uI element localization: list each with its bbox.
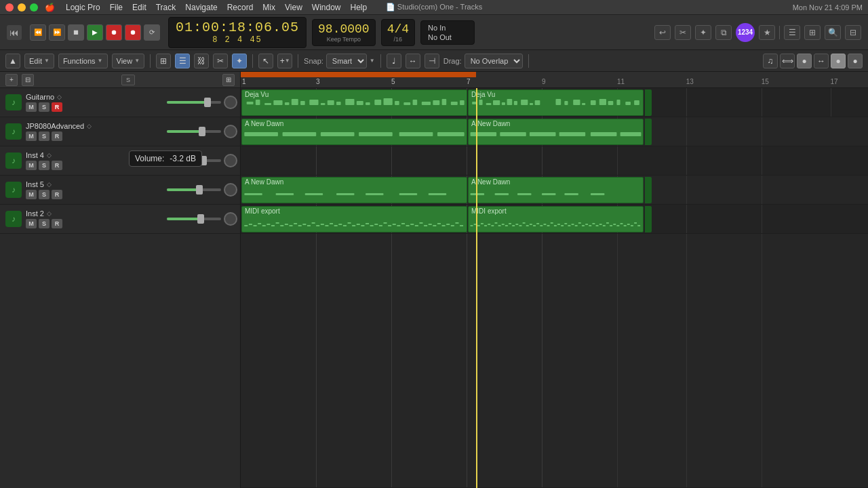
scissors-icon[interactable]: ✂	[675, 25, 691, 40]
metronome-icon[interactable]: ♩	[387, 54, 401, 68]
fast-forward-button[interactable]: ⏩	[49, 24, 65, 41]
clip[interactable]: Deja Vu	[468, 89, 644, 116]
search-icon[interactable]: 🔍	[825, 25, 841, 40]
clip[interactable]: A New Dawn	[468, 177, 644, 203]
svg-rect-153	[592, 223, 595, 224]
mute-button[interactable]: M	[26, 131, 37, 141]
view-menu-button[interactable]: View ▼	[112, 54, 145, 68]
menu-mix[interactable]: Mix	[262, 3, 275, 12]
drag-select[interactable]: No Overlap	[465, 54, 523, 68]
menu-window[interactable]: Window	[312, 3, 341, 12]
track-options-button[interactable]: ⊟	[22, 74, 34, 86]
menu-file[interactable]: File	[110, 3, 123, 12]
volume-fader[interactable]	[167, 218, 221, 220]
arrows-icon[interactable]: ↔	[814, 54, 829, 68]
close-button[interactable]	[5, 3, 14, 12]
svg-rect-163	[627, 224, 630, 225]
layout-icon[interactable]: ⊟	[845, 25, 861, 40]
user-avatar[interactable]: 1234	[736, 23, 755, 42]
collapse-sidebar-button[interactable]: ▲	[5, 54, 20, 68]
menu-help[interactable]: Help	[351, 3, 368, 12]
mute-button[interactable]: M	[26, 161, 37, 170]
edit-menu-button[interactable]: Edit ▼	[24, 54, 54, 68]
grid-icon[interactable]: ⊞	[156, 54, 171, 68]
clip[interactable]: MIDI export	[468, 206, 644, 232]
record-enable-button[interactable]: R	[52, 131, 62, 141]
pan-knob[interactable]	[224, 183, 237, 197]
record-enable-button[interactable]: R	[52, 161, 62, 170]
menu-view[interactable]: View	[285, 3, 302, 12]
menu-navigate[interactable]: Navigate	[185, 3, 217, 12]
rewind-button[interactable]: ⏪	[30, 24, 46, 41]
record-button[interactable]: ⏺	[106, 24, 122, 41]
volume-fader[interactable]	[167, 188, 221, 191]
scissors-icon[interactable]: ✂	[213, 54, 228, 68]
automation-icon[interactable]: ♫	[763, 54, 778, 68]
clip-content	[469, 96, 643, 115]
time-signature-display[interactable]: 4/4 /16	[381, 19, 415, 46]
align-icon[interactable]: ⊣	[425, 54, 439, 68]
solo-button[interactable]: S	[39, 161, 50, 170]
in-out-display[interactable]: No In No Out	[420, 20, 475, 45]
pan-knob[interactable]	[224, 125, 237, 138]
record-in-button[interactable]: ⏺	[125, 24, 141, 41]
pan-knob[interactable]	[224, 212, 237, 226]
link-icon[interactable]: ⛓	[194, 54, 209, 68]
volume-fader[interactable]	[167, 101, 221, 104]
clip[interactable]: A New Dawn	[468, 119, 644, 145]
snap-select[interactable]: Smart	[326, 54, 367, 68]
grid-view-icon[interactable]: ⊞	[804, 25, 821, 40]
clip[interactable]: A New Dawn	[241, 119, 467, 145]
star-icon[interactable]: ★	[759, 25, 775, 40]
clip[interactable]: Deja Vu	[241, 89, 467, 116]
solo-button[interactable]: S	[39, 219, 50, 228]
track-header-s-button[interactable]: S	[121, 75, 135, 85]
marquee-icon[interactable]: ✦	[232, 54, 247, 68]
mute-button[interactable]: M	[26, 190, 37, 199]
play-button[interactable]: ▶	[87, 24, 103, 41]
record-enable-button[interactable]: R	[52, 102, 62, 112]
record-enable-button[interactable]: R	[52, 219, 62, 228]
cursor-tool[interactable]: ↖	[258, 54, 273, 68]
list-icon[interactable]: ☰	[175, 54, 190, 68]
pan-knob[interactable]	[224, 154, 237, 167]
list-view-icon[interactable]: ☰	[784, 25, 800, 40]
capture-button[interactable]: ⟳	[144, 24, 160, 41]
circle-icon-1[interactable]: ●	[797, 54, 812, 68]
add-track-button[interactable]: +	[5, 74, 18, 86]
svg-rect-80	[294, 223, 297, 224]
circle-icon-3[interactable]: ●	[848, 54, 863, 68]
solo-button[interactable]: S	[39, 102, 50, 112]
mute-button[interactable]: M	[26, 102, 37, 112]
timeline-ruler[interactable]: 1 3 5 7 9 11 13 15 17	[241, 72, 868, 88]
empty-tracks-area[interactable]	[241, 234, 868, 488]
volume-fader[interactable]	[167, 130, 221, 133]
quantize-icon[interactable]: ↔	[406, 54, 420, 68]
solo-button[interactable]: S	[39, 131, 50, 141]
menu-track[interactable]: Track	[156, 3, 176, 12]
menu-logic-pro[interactable]: Logic Pro	[66, 3, 100, 12]
plus-tool[interactable]: +▼	[277, 54, 292, 68]
minimize-button[interactable]	[18, 3, 26, 12]
stop-button[interactable]: ⏹	[68, 24, 84, 41]
wand-icon[interactable]: ✦	[695, 25, 711, 40]
pan-knob[interactable]	[224, 96, 237, 109]
circle-icon-2[interactable]: ●	[831, 54, 846, 68]
menu-record[interactable]: Record	[227, 3, 254, 12]
bpm-display[interactable]: 98.0000 Keep Tempo	[312, 19, 376, 46]
sidebar-collapse-button[interactable]: ⊞	[222, 74, 235, 86]
svg-rect-18	[413, 100, 418, 105]
record-enable-button[interactable]: R	[52, 190, 62, 199]
clip[interactable]: A New Dawn	[241, 177, 467, 203]
tempo-icon[interactable]: ⟺	[780, 54, 795, 68]
playhead[interactable]	[476, 88, 477, 488]
mute-button[interactable]: M	[26, 219, 37, 228]
menu-edit[interactable]: Edit	[132, 3, 146, 12]
copy-icon[interactable]: ⧉	[715, 25, 732, 40]
solo-button[interactable]: S	[39, 190, 50, 199]
clip[interactable]: MIDI export	[241, 206, 467, 232]
undo-icon[interactable]: ↩	[654, 25, 671, 40]
functions-menu-button[interactable]: Functions ▼	[58, 54, 108, 68]
rewind-to-start-button[interactable]: ⏮	[7, 25, 22, 40]
fullscreen-button[interactable]	[30, 3, 38, 12]
